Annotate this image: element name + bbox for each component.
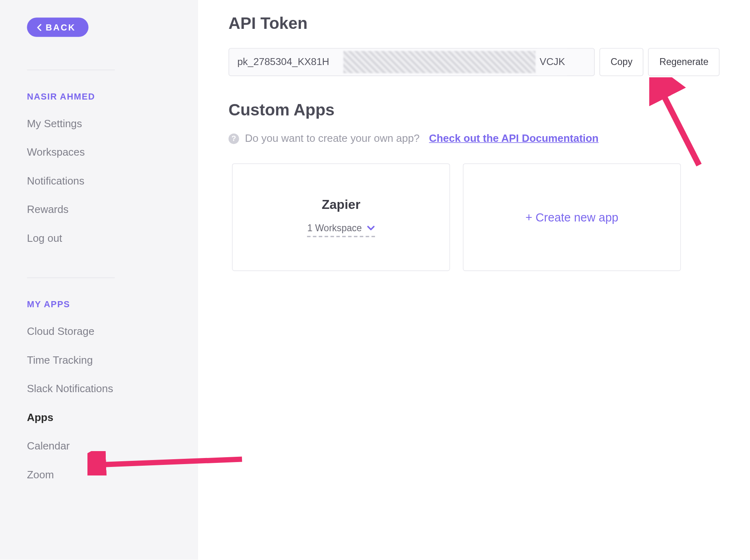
token-suffix: VCJK — [537, 49, 567, 76]
svg-line-1 — [660, 88, 699, 165]
help-icon: ? — [229, 133, 239, 144]
cards-row: Zapier 1 Workspace + Create new app — [232, 163, 719, 271]
api-documentation-link[interactable]: Check out the API Documentation — [429, 132, 599, 145]
back-button-label: BACK — [46, 22, 76, 32]
hint-row: ? Do you want to create your own app? Ch… — [229, 132, 719, 145]
regenerate-button[interactable]: Regenerate — [648, 48, 719, 76]
annotation-arrow-regenerate — [649, 77, 708, 171]
sidebar-item-slack-notifications[interactable]: Slack Notifications — [27, 383, 171, 395]
create-new-app-label: + Create new app — [525, 211, 618, 224]
sidebar-item-zoom[interactable]: Zoom — [27, 469, 171, 481]
sidebar-section-user: NASIR AHMED — [27, 91, 171, 101]
back-button[interactable]: BACK — [27, 17, 89, 37]
chevron-down-icon — [366, 225, 375, 232]
sidebar-section-my-apps: MY APPS — [27, 299, 171, 309]
create-new-app-card[interactable]: + Create new app — [463, 163, 681, 271]
app-card-zapier[interactable]: Zapier 1 Workspace — [232, 163, 450, 271]
token-masked-region — [343, 51, 536, 73]
api-token-field[interactable]: pk_2785304_KX81H VCJK — [229, 48, 595, 76]
sidebar-item-logout[interactable]: Log out — [27, 232, 171, 245]
sidebar-item-rewards[interactable]: Rewards — [27, 204, 171, 216]
section-title-custom-apps: Custom Apps — [229, 101, 719, 119]
sidebar-item-workspaces[interactable]: Workspaces — [27, 146, 171, 158]
sidebar-item-cloud-storage[interactable]: Cloud Storage — [27, 326, 171, 338]
chevron-left-icon — [36, 24, 42, 30]
sidebar: BACK NASIR AHMED My Settings Workspaces … — [0, 0, 198, 560]
copy-button[interactable]: Copy — [600, 48, 644, 76]
sidebar-item-my-settings[interactable]: My Settings — [27, 118, 171, 130]
token-row: pk_2785304_KX81H VCJK Copy Regenerate — [229, 48, 719, 76]
page-title-api-token: API Token — [229, 14, 719, 33]
sidebar-item-apps[interactable]: Apps — [27, 412, 171, 424]
app-card-workspace-dropdown[interactable]: 1 Workspace — [307, 223, 375, 237]
sidebar-item-calendar[interactable]: Calendar — [27, 440, 171, 452]
sidebar-item-time-tracking[interactable]: Time Tracking — [27, 354, 171, 367]
main-content: API Token pk_2785304_KX81H VCJK Copy Reg… — [198, 0, 750, 560]
app-card-title: Zapier — [322, 197, 360, 212]
token-prefix: pk_2785304_KX81H — [237, 56, 329, 68]
divider — [27, 69, 115, 70]
sidebar-item-notifications[interactable]: Notifications — [27, 175, 171, 187]
divider — [27, 278, 115, 278]
hint-text: Do you want to create your own app? — [245, 132, 420, 145]
app-card-subtitle: 1 Workspace — [307, 223, 362, 234]
